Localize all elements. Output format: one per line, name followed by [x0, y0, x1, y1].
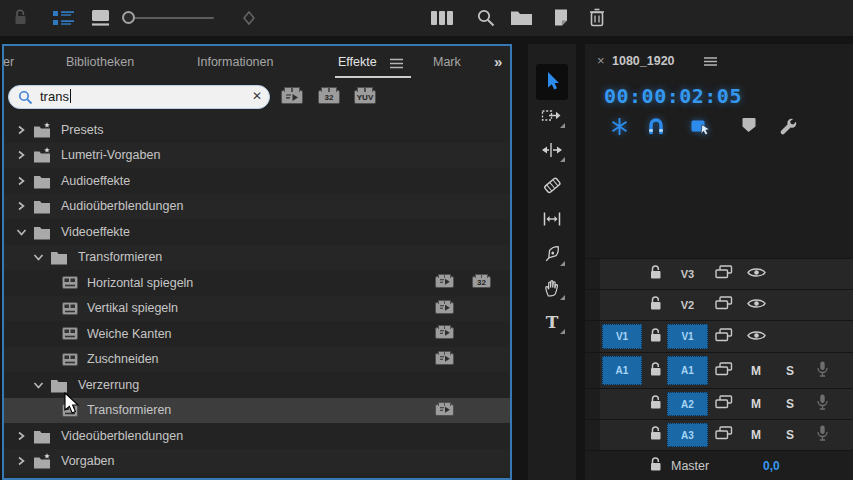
- chevron-down-icon[interactable]: [14, 227, 28, 237]
- tab-effekte[interactable]: Effekte: [338, 55, 377, 69]
- selection-tool[interactable]: [540, 70, 564, 94]
- tree-item-vorgaben[interactable]: Vorgaben: [4, 449, 510, 475]
- track-lock-icon[interactable]: [649, 295, 662, 315]
- find-icon[interactable]: [476, 8, 496, 32]
- linked-selection-icon[interactable]: [690, 116, 713, 141]
- track-target-a3[interactable]: A3: [667, 423, 708, 447]
- tab-overflow-icon[interactable]: »: [494, 53, 502, 70]
- thumbnail-zoom-slider-track[interactable]: [130, 17, 214, 19]
- search-clear-icon[interactable]: ✕: [252, 89, 262, 103]
- new-item-icon[interactable]: [552, 8, 570, 31]
- chevron-down-icon[interactable]: [31, 252, 45, 262]
- hand-tool[interactable]: [540, 276, 564, 300]
- tree-item-label: Audioeffekte: [61, 174, 130, 188]
- chevron-right-icon[interactable]: [14, 176, 28, 186]
- tab-informationen[interactable]: Informationen: [197, 55, 273, 69]
- tree-item-videouberblendungen[interactable]: Videoüberblendungen: [4, 423, 510, 449]
- chevron-right-icon[interactable]: [14, 150, 28, 160]
- timeline-settings-wrench-icon[interactable]: [778, 116, 798, 140]
- effect-item-zuschneiden[interactable]: Zuschneiden: [4, 347, 510, 373]
- track-target-a1[interactable]: A1: [667, 356, 708, 385]
- 32bit-filter-badge[interactable]: 32: [318, 90, 340, 104]
- ripple-edit-tool[interactable]: [540, 138, 564, 162]
- mute-button[interactable]: M: [751, 397, 761, 411]
- automate-to-sequence-icon[interactable]: [430, 8, 455, 32]
- tree-item-videoeffekte[interactable]: Videoeffekte: [4, 219, 510, 245]
- voiceover-mic-icon[interactable]: [816, 394, 829, 415]
- thumbnail-zoom-slider-knob[interactable]: [122, 11, 135, 24]
- sync-lock-icon[interactable]: [715, 362, 733, 380]
- sort-icon[interactable]: [241, 10, 257, 30]
- voiceover-mic-icon[interactable]: [816, 425, 829, 446]
- tree-item-label: Vorgaben: [61, 454, 115, 468]
- tree-item-audiouberblendungen[interactable]: Audioüberblendungen: [4, 194, 510, 220]
- panel-menu-icon[interactable]: [389, 56, 404, 74]
- source-patch-a1[interactable]: A1: [602, 356, 642, 385]
- slip-tool[interactable]: [540, 207, 564, 231]
- delete-icon[interactable]: [588, 7, 606, 32]
- list-view-icon[interactable]: [52, 9, 75, 31]
- tree-item-lumetri-vorgaben[interactable]: Lumetri-Vorgaben: [4, 143, 510, 169]
- tab-marker[interactable]: Mark: [433, 55, 461, 69]
- solo-button[interactable]: S: [786, 364, 794, 378]
- tree-item-audioeffekte[interactable]: Audioeffekte: [4, 168, 510, 194]
- track-header-v3: V3: [585, 258, 853, 289]
- tree-item-transformieren-folder[interactable]: Transformieren: [4, 245, 510, 271]
- sync-lock-icon[interactable]: [715, 265, 733, 283]
- search-input-value[interactable]: trans: [40, 89, 71, 104]
- source-patch-v1[interactable]: V1: [602, 324, 642, 349]
- master-track-label[interactable]: Master: [671, 459, 709, 473]
- sync-lock-icon[interactable]: [715, 328, 733, 346]
- track-visibility-eye-icon[interactable]: [747, 265, 766, 283]
- solo-button[interactable]: S: [786, 428, 794, 442]
- master-volume-value[interactable]: 0,0: [763, 459, 780, 473]
- chevron-right-icon[interactable]: [14, 201, 28, 211]
- yuv-filter-badge[interactable]: YUV: [354, 90, 376, 104]
- accelerated-effects-filter-badge[interactable]: [281, 90, 303, 104]
- track-label[interactable]: V2: [667, 299, 708, 311]
- track-target-v1[interactable]: V1: [667, 324, 708, 349]
- sequence-tab-title[interactable]: 1080_1920: [612, 54, 675, 68]
- track-lock-icon[interactable]: [649, 425, 662, 445]
- sync-lock-icon[interactable]: [715, 296, 733, 314]
- sync-lock-icon[interactable]: [715, 395, 733, 413]
- snap-magnet-icon[interactable]: [645, 116, 667, 140]
- track-visibility-eye-icon[interactable]: [747, 296, 766, 314]
- track-select-forward-tool[interactable]: [540, 104, 564, 128]
- sync-lock-icon[interactable]: [715, 426, 733, 444]
- mute-button[interactable]: M: [751, 364, 761, 378]
- chevron-right-icon[interactable]: [14, 456, 28, 466]
- razor-tool[interactable]: [540, 173, 564, 197]
- voiceover-mic-icon[interactable]: [816, 360, 829, 381]
- icon-view-icon[interactable]: [90, 8, 111, 31]
- tree-item-label: Audioüberblendungen: [61, 199, 183, 213]
- track-target-a2[interactable]: A2: [667, 392, 708, 416]
- nest-sequences-toggle-icon[interactable]: [609, 116, 630, 141]
- effect-item-vertikal-spiegeln[interactable]: Vertikal spiegeln: [4, 296, 510, 322]
- track-lock-icon[interactable]: [649, 361, 662, 381]
- effect-item-horizontal-spiegeln[interactable]: Horizontal spiegeln 32: [4, 270, 510, 296]
- panel-close-icon[interactable]: ×: [597, 53, 605, 68]
- chevron-down-icon[interactable]: [31, 380, 45, 390]
- panel-menu-icon[interactable]: [703, 55, 718, 73]
- new-bin-icon[interactable]: [510, 9, 533, 30]
- track-lock-icon[interactable]: [649, 456, 662, 476]
- pen-tool[interactable]: [540, 242, 564, 266]
- track-lock-icon[interactable]: [649, 264, 662, 284]
- tab-truncated[interactable]: er: [3, 55, 14, 69]
- solo-button[interactable]: S: [786, 397, 794, 411]
- track-lock-icon[interactable]: [649, 327, 662, 347]
- effect-item-weiche-kanten[interactable]: Weiche Kanten: [4, 321, 510, 347]
- chevron-right-icon[interactable]: [14, 125, 28, 135]
- add-marker-icon[interactable]: [741, 116, 758, 138]
- tab-bibliotheken[interactable]: Bibliotheken: [66, 55, 134, 69]
- mute-button[interactable]: M: [751, 428, 761, 442]
- playhead-timecode[interactable]: 00:00:02:05: [604, 84, 742, 108]
- track-lock-icon[interactable]: [649, 394, 662, 414]
- track-visibility-eye-icon[interactable]: [747, 328, 766, 346]
- type-tool[interactable]: T: [540, 310, 564, 334]
- chevron-right-icon[interactable]: [14, 431, 28, 441]
- track-label[interactable]: V3: [667, 268, 708, 280]
- tree-item-presets[interactable]: Presets: [4, 117, 510, 143]
- project-lock-icon[interactable]: [13, 8, 28, 30]
